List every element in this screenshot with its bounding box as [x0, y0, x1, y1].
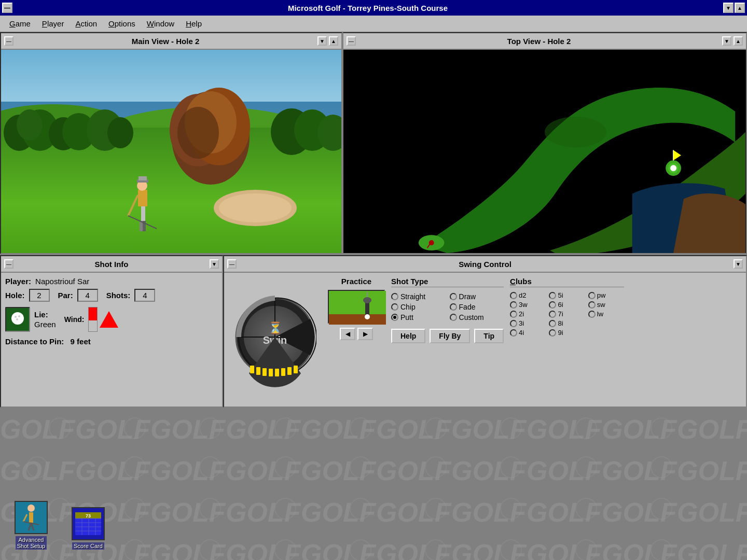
shot-type-fade[interactable]: Fade — [450, 303, 504, 311]
svg-text:GOLF: GOLF — [376, 497, 452, 527]
svg-point-46 — [16, 318, 18, 320]
menu-game[interactable]: Game — [4, 18, 36, 30]
club-lw[interactable]: lw — [588, 310, 624, 318]
main-view-scroll-up[interactable]: ▲ — [329, 36, 338, 46]
player-row: Player: Napostriouf Sar — [5, 277, 218, 286]
system-menu-button[interactable]: — — [2, 3, 12, 13]
straight-radio[interactable] — [391, 293, 398, 300]
help-button[interactable]: Help — [391, 329, 425, 343]
shot-info-sys-btn[interactable]: — — [4, 259, 13, 269]
pw-radio[interactable] — [588, 292, 596, 299]
menu-options[interactable]: Options — [103, 18, 141, 30]
practice-next-btn[interactable]: ▶ — [357, 328, 373, 340]
top-view-sys-btn[interactable]: — — [347, 36, 356, 46]
2i-radio[interactable] — [510, 311, 517, 318]
club-3w[interactable]: 3w — [510, 301, 546, 309]
tip-button[interactable]: Tip — [474, 329, 504, 343]
7i-radio[interactable] — [549, 311, 556, 318]
3i-radio[interactable] — [510, 320, 517, 327]
d2-radio[interactable] — [510, 292, 517, 299]
club-3i[interactable]: 3i — [510, 319, 546, 327]
club-4i[interactable]: 4i — [510, 329, 546, 337]
shot-type-straight[interactable]: Straight — [391, 292, 446, 301]
swing-control-sys-btn[interactable]: — — [227, 259, 237, 269]
svg-rect-59 — [329, 291, 386, 314]
swing-control-titlebar: — Swing Control ▼ — [224, 256, 746, 273]
club-pw[interactable]: pw — [588, 291, 624, 299]
main-view-sys-btn[interactable]: — — [4, 36, 13, 46]
club-empty — [588, 319, 614, 327]
shot-type-custom[interactable]: Custom — [450, 313, 504, 321]
hole-label: Hole: — [5, 291, 25, 300]
draw-radio[interactable] — [450, 293, 457, 300]
shot-type-chip[interactable]: Chip — [391, 303, 446, 311]
club-d2[interactable]: d2 — [510, 291, 546, 299]
player-label: Player: — [5, 277, 31, 286]
svg-text:GOLF: GOLF — [677, 497, 747, 527]
5i-label: 5i — [558, 291, 563, 299]
shot-type-putt[interactable]: Putt — [391, 313, 446, 321]
advanced-shot-setup-icon[interactable]: AdvancedShot Setup — [10, 501, 52, 550]
fly-by-button[interactable]: Fly By — [430, 329, 470, 343]
menu-window[interactable]: Window — [142, 18, 179, 30]
sw-radio[interactable] — [588, 301, 596, 309]
8i-radio[interactable] — [549, 320, 556, 327]
player-name: Napostriouf Sar — [35, 277, 89, 286]
svg-point-22 — [219, 193, 292, 222]
fade-radio[interactable] — [450, 303, 457, 311]
top-view-scroll-up[interactable]: ▲ — [734, 36, 743, 46]
advanced-shot-setup-image — [15, 501, 48, 534]
top-view-scroll-down[interactable]: ▼ — [722, 36, 731, 46]
practice-prev-btn[interactable]: ◀ — [340, 328, 355, 340]
svg-point-17 — [177, 107, 219, 159]
5i-radio[interactable] — [549, 292, 556, 299]
lw-label: lw — [597, 310, 603, 318]
clubs-title: Clubs — [510, 277, 624, 287]
club-6i[interactable]: 6i — [549, 301, 585, 309]
svg-text:GOLF: GOLF — [451, 539, 527, 560]
menu-bar: Game Player Action Options Window Help — [0, 16, 747, 32]
svg-rect-60 — [329, 314, 386, 325]
svg-rect-54 — [269, 369, 273, 376]
lie-value: Green — [34, 320, 56, 329]
sw-label: sw — [597, 301, 605, 309]
svg-point-7 — [17, 109, 43, 141]
lw-radio[interactable] — [588, 311, 596, 318]
6i-radio[interactable] — [549, 301, 556, 309]
chip-radio[interactable] — [391, 303, 398, 311]
club-7i[interactable]: 7i — [549, 310, 585, 318]
shot-type-title: Shot Type — [391, 277, 504, 287]
shot-type-draw[interactable]: Draw — [450, 292, 504, 301]
main-view-scroll-down[interactable]: ▼ — [317, 36, 327, 46]
svg-point-44 — [15, 316, 17, 318]
menu-player[interactable]: Player — [37, 18, 70, 30]
svg-text:GOLF: GOLF — [150, 497, 226, 527]
golf-wallpaper: .wtext { font-size: 52px; font-weight: b… — [0, 408, 747, 560]
swing-control-scroll[interactable]: ▼ — [734, 259, 743, 269]
score-card-icon[interactable]: 73 Score Card — [67, 507, 109, 550]
maximize-button[interactable]: ▲ — [735, 3, 745, 13]
club-sw[interactable]: sw — [588, 301, 624, 309]
svg-text:GOLF: GOLF — [451, 456, 527, 486]
menu-action[interactable]: Action — [70, 18, 102, 30]
club-5i[interactable]: 5i — [549, 291, 585, 299]
shot-info-scroll[interactable]: ▼ — [210, 259, 219, 269]
3w-radio[interactable] — [510, 301, 517, 309]
club-9i[interactable]: 9i — [549, 329, 585, 337]
wind-arrow — [100, 311, 118, 328]
svg-text:GOLF: GOLF — [226, 539, 301, 560]
custom-radio[interactable] — [450, 314, 457, 321]
minimize-button[interactable]: ▼ — [723, 3, 734, 13]
club-2i[interactable]: 2i — [510, 310, 546, 318]
practice-label: Practice — [341, 277, 371, 286]
d2-label: d2 — [519, 291, 526, 299]
9i-radio[interactable] — [549, 329, 556, 337]
club-8i[interactable]: 8i — [549, 319, 585, 327]
3w-label: 3w — [519, 301, 528, 309]
4i-radio[interactable] — [510, 329, 517, 337]
menu-help[interactable]: Help — [181, 18, 207, 30]
desktop-area: .wtext { font-size: 52px; font-weight: b… — [0, 408, 747, 560]
wind-label: Wind: — [64, 315, 85, 324]
putt-radio[interactable] — [391, 314, 398, 321]
swing-meter-svg: ⏳ Swin — [233, 288, 316, 391]
